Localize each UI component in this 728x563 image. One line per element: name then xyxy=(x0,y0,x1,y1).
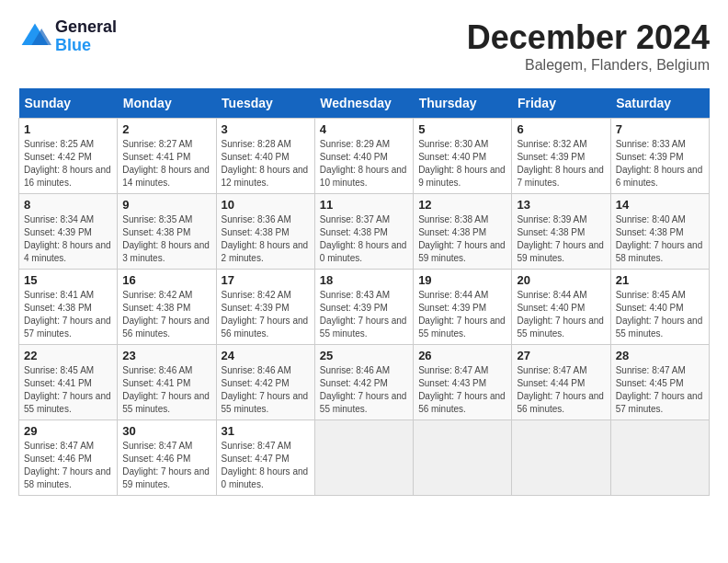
week-row-5: 29 Sunrise: 8:47 AM Sunset: 4:46 PM Dayl… xyxy=(19,420,710,496)
day-info: Sunrise: 8:29 AM Sunset: 4:40 PM Dayligh… xyxy=(320,138,408,190)
header-cell-wednesday: Wednesday xyxy=(314,88,413,119)
day-number: 17 xyxy=(222,273,310,287)
day-info: Sunrise: 8:34 AM Sunset: 4:39 PM Dayligh… xyxy=(24,213,112,265)
day-info: Sunrise: 8:43 AM Sunset: 4:39 PM Dayligh… xyxy=(320,289,408,340)
day-info: Sunrise: 8:40 AM Sunset: 4:38 PM Dayligh… xyxy=(616,213,704,265)
day-number: 20 xyxy=(517,273,605,287)
day-info: Sunrise: 8:45 AM Sunset: 4:41 PM Dayligh… xyxy=(24,364,112,416)
day-cell: 22 Sunrise: 8:45 AM Sunset: 4:41 PM Dayl… xyxy=(19,345,118,420)
day-info: Sunrise: 8:38 AM Sunset: 4:38 PM Dayligh… xyxy=(418,213,506,265)
title-area: December 2024 Balegem, Flanders, Belgium xyxy=(467,18,710,74)
day-number: 7 xyxy=(616,122,704,136)
day-cell: 12 Sunrise: 8:38 AM Sunset: 4:38 PM Dayl… xyxy=(414,194,512,270)
day-number: 14 xyxy=(616,198,704,212)
day-cell: 4 Sunrise: 8:29 AM Sunset: 4:40 PM Dayli… xyxy=(314,119,413,194)
week-row-4: 22 Sunrise: 8:45 AM Sunset: 4:41 PM Dayl… xyxy=(19,345,710,420)
day-cell: 26 Sunrise: 8:47 AM Sunset: 4:43 PM Dayl… xyxy=(414,345,512,420)
header-cell-sunday: Sunday xyxy=(19,88,118,119)
day-number: 15 xyxy=(24,273,112,287)
day-cell: 21 Sunrise: 8:45 AM Sunset: 4:40 PM Dayl… xyxy=(610,270,709,345)
day-cell: 15 Sunrise: 8:41 AM Sunset: 4:38 PM Dayl… xyxy=(19,270,118,345)
day-info: Sunrise: 8:36 AM Sunset: 4:38 PM Dayligh… xyxy=(222,213,310,265)
day-number: 26 xyxy=(418,349,506,362)
logo: General Blue xyxy=(18,18,117,55)
day-cell: 13 Sunrise: 8:39 AM Sunset: 4:38 PM Dayl… xyxy=(512,194,610,270)
calendar-body: 1 Sunrise: 8:25 AM Sunset: 4:42 PM Dayli… xyxy=(19,119,710,496)
day-number: 4 xyxy=(320,122,408,136)
day-number: 19 xyxy=(418,273,506,287)
day-number: 9 xyxy=(122,198,210,212)
day-number: 18 xyxy=(320,273,408,287)
day-info: Sunrise: 8:47 AM Sunset: 4:46 PM Dayligh… xyxy=(122,440,210,491)
day-cell: 27 Sunrise: 8:47 AM Sunset: 4:44 PM Dayl… xyxy=(512,345,610,420)
day-number: 3 xyxy=(222,122,310,136)
day-cell: 2 Sunrise: 8:27 AM Sunset: 4:41 PM Dayli… xyxy=(118,119,216,194)
day-info: Sunrise: 8:45 AM Sunset: 4:40 PM Dayligh… xyxy=(616,289,704,340)
day-info: Sunrise: 8:47 AM Sunset: 4:44 PM Dayligh… xyxy=(517,364,605,416)
day-number: 21 xyxy=(616,273,704,287)
day-cell: 20 Sunrise: 8:44 AM Sunset: 4:40 PM Dayl… xyxy=(512,270,610,345)
day-cell: 28 Sunrise: 8:47 AM Sunset: 4:45 PM Dayl… xyxy=(610,345,709,420)
week-row-2: 8 Sunrise: 8:34 AM Sunset: 4:39 PM Dayli… xyxy=(19,194,710,270)
day-info: Sunrise: 8:44 AM Sunset: 4:40 PM Dayligh… xyxy=(517,289,605,340)
location-title: Balegem, Flanders, Belgium xyxy=(467,57,710,74)
day-cell: 31 Sunrise: 8:47 AM Sunset: 4:47 PM Dayl… xyxy=(216,420,314,496)
day-number: 11 xyxy=(320,198,408,212)
day-info: Sunrise: 8:35 AM Sunset: 4:38 PM Dayligh… xyxy=(122,213,210,265)
day-info: Sunrise: 8:41 AM Sunset: 4:38 PM Dayligh… xyxy=(24,289,112,340)
day-number: 22 xyxy=(24,349,112,362)
day-cell: 6 Sunrise: 8:32 AM Sunset: 4:39 PM Dayli… xyxy=(512,119,610,194)
day-number: 30 xyxy=(122,424,210,438)
day-cell: 8 Sunrise: 8:34 AM Sunset: 4:39 PM Dayli… xyxy=(19,194,118,270)
day-info: Sunrise: 8:28 AM Sunset: 4:40 PM Dayligh… xyxy=(222,138,310,190)
day-number: 5 xyxy=(418,122,506,136)
day-cell: 18 Sunrise: 8:43 AM Sunset: 4:39 PM Dayl… xyxy=(314,270,413,345)
day-cell: 17 Sunrise: 8:42 AM Sunset: 4:39 PM Dayl… xyxy=(216,270,314,345)
day-cell: 30 Sunrise: 8:47 AM Sunset: 4:46 PM Dayl… xyxy=(118,420,216,496)
day-cell: 10 Sunrise: 8:36 AM Sunset: 4:38 PM Dayl… xyxy=(216,194,314,270)
day-cell: 9 Sunrise: 8:35 AM Sunset: 4:38 PM Dayli… xyxy=(118,194,216,270)
day-cell: 24 Sunrise: 8:46 AM Sunset: 4:42 PM Dayl… xyxy=(216,345,314,420)
header-row: SundayMondayTuesdayWednesdayThursdayFrid… xyxy=(19,88,710,119)
day-number: 23 xyxy=(122,349,210,362)
day-cell: 25 Sunrise: 8:46 AM Sunset: 4:42 PM Dayl… xyxy=(314,345,413,420)
day-number: 31 xyxy=(222,424,310,438)
day-number: 16 xyxy=(122,273,210,287)
day-number: 27 xyxy=(517,349,605,362)
day-info: Sunrise: 8:42 AM Sunset: 4:38 PM Dayligh… xyxy=(122,289,210,340)
logo-icon xyxy=(18,20,51,53)
day-info: Sunrise: 8:47 AM Sunset: 4:43 PM Dayligh… xyxy=(418,364,506,416)
day-info: Sunrise: 8:33 AM Sunset: 4:39 PM Dayligh… xyxy=(616,138,704,190)
week-row-1: 1 Sunrise: 8:25 AM Sunset: 4:42 PM Dayli… xyxy=(19,119,710,194)
day-cell: 1 Sunrise: 8:25 AM Sunset: 4:42 PM Dayli… xyxy=(19,119,118,194)
day-info: Sunrise: 8:30 AM Sunset: 4:40 PM Dayligh… xyxy=(418,138,506,190)
day-info: Sunrise: 8:47 AM Sunset: 4:46 PM Dayligh… xyxy=(24,440,112,491)
day-cell xyxy=(610,420,709,496)
day-info: Sunrise: 8:47 AM Sunset: 4:45 PM Dayligh… xyxy=(616,364,704,416)
day-cell xyxy=(414,420,512,496)
day-info: Sunrise: 8:46 AM Sunset: 4:41 PM Dayligh… xyxy=(122,364,210,416)
day-number: 2 xyxy=(122,122,210,136)
day-number: 6 xyxy=(517,122,605,136)
day-cell: 16 Sunrise: 8:42 AM Sunset: 4:38 PM Dayl… xyxy=(118,270,216,345)
day-cell: 11 Sunrise: 8:37 AM Sunset: 4:38 PM Dayl… xyxy=(314,194,413,270)
day-number: 10 xyxy=(222,198,310,212)
day-cell: 3 Sunrise: 8:28 AM Sunset: 4:40 PM Dayli… xyxy=(216,119,314,194)
day-number: 13 xyxy=(517,198,605,212)
day-info: Sunrise: 8:27 AM Sunset: 4:41 PM Dayligh… xyxy=(122,138,210,190)
header-cell-tuesday: Tuesday xyxy=(216,88,314,119)
week-row-3: 15 Sunrise: 8:41 AM Sunset: 4:38 PM Dayl… xyxy=(19,270,710,345)
day-info: Sunrise: 8:46 AM Sunset: 4:42 PM Dayligh… xyxy=(222,364,310,416)
header-cell-saturday: Saturday xyxy=(610,88,709,119)
month-title: December 2024 xyxy=(467,18,710,57)
day-info: Sunrise: 8:42 AM Sunset: 4:39 PM Dayligh… xyxy=(222,289,310,340)
day-info: Sunrise: 8:32 AM Sunset: 4:39 PM Dayligh… xyxy=(517,138,605,190)
calendar-table: SundayMondayTuesdayWednesdayThursdayFrid… xyxy=(18,88,710,496)
day-number: 12 xyxy=(418,198,506,212)
day-info: Sunrise: 8:25 AM Sunset: 4:42 PM Dayligh… xyxy=(24,138,112,190)
day-cell: 14 Sunrise: 8:40 AM Sunset: 4:38 PM Dayl… xyxy=(610,194,709,270)
day-cell: 5 Sunrise: 8:30 AM Sunset: 4:40 PM Dayli… xyxy=(414,119,512,194)
day-info: Sunrise: 8:37 AM Sunset: 4:38 PM Dayligh… xyxy=(320,213,408,265)
day-info: Sunrise: 8:46 AM Sunset: 4:42 PM Dayligh… xyxy=(320,364,408,416)
day-number: 8 xyxy=(24,198,112,212)
